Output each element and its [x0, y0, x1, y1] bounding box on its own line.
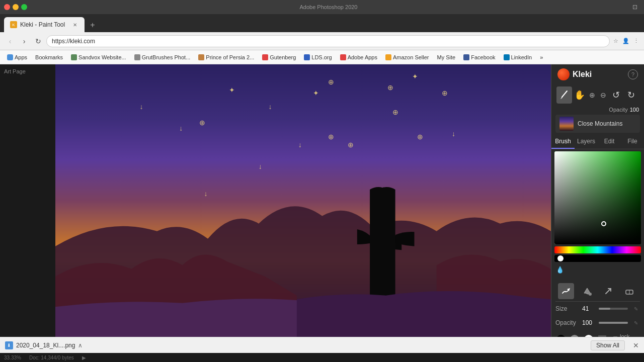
star-decoration: ✦ — [229, 86, 235, 94]
bookmark-sandvox[interactable]: Sandvox Website... — [68, 53, 129, 61]
download-file-icon: ⬇ — [5, 341, 13, 349]
close-download-bar-button[interactable]: ✕ — [633, 341, 639, 349]
star-decoration: ↓ — [139, 103, 143, 111]
zoom-status: 33.33% — [4, 355, 21, 360]
black-bar[interactable] — [554, 255, 641, 262]
reload-button[interactable]: ↻ — [32, 35, 44, 47]
fill-tool-button[interactable] — [579, 283, 595, 299]
size-slider-fill — [599, 308, 610, 310]
layer-preview[interactable]: Close Mountains — [555, 115, 640, 133]
tools-row: ✋ ⊕ ⊖ ↺ ↻ — [551, 84, 644, 106]
opacity-input-value: 100 — [582, 319, 595, 326]
opacity-slider-fill — [599, 322, 628, 324]
close-button[interactable] — [4, 4, 10, 10]
opacity-input-label: Opacity — [555, 319, 578, 326]
size-value: 41 — [582, 305, 595, 312]
zoom-out-button[interactable]: ⊖ — [598, 90, 608, 100]
artwork-painting: ✦ ✦ ⊕ ⊕ ✦ ⊕ ↓ ↓ ⊕ ⊕ ↓ ⊕ ⊕ ↓ ↓ ↓ ↓ ⊕ — [55, 64, 551, 337]
download-item: ⬇ 2020_04_18_Kl....png ∧ — [5, 341, 83, 349]
amazon-icon — [385, 54, 391, 60]
brush-tool-button[interactable] — [556, 86, 572, 104]
star-decoration: ⊕ — [442, 89, 448, 97]
active-tab[interactable]: K Kleki - Paint Tool ✕ — [4, 17, 85, 32]
tab-label: Kleki - Paint Tool — [20, 21, 65, 28]
bookmark-label: LinkedIn — [511, 54, 532, 60]
brush-tip-black[interactable] — [555, 333, 566, 337]
bookmark-amazon[interactable]: Amazon Seller — [382, 53, 432, 61]
arrow-tool-button[interactable] — [600, 283, 616, 299]
smudge-tool-button[interactable] — [558, 283, 574, 299]
bookmark-grutbrushes[interactable]: GrutBrushes Phot... — [131, 53, 194, 61]
help-button[interactable]: ? — [628, 69, 638, 79]
traffic-lights — [4, 4, 27, 10]
download-chevron-icon[interactable]: ∧ — [78, 342, 83, 349]
tab-close-button[interactable]: ✕ — [71, 21, 78, 28]
left-sidebar: Art Page — [0, 64, 55, 337]
lds-icon — [304, 54, 310, 60]
color-gradient[interactable] — [554, 151, 641, 244]
eyedropper-button[interactable]: 💧 — [554, 264, 566, 275]
tabs-row: Brush Layers Edit File — [551, 135, 644, 149]
window-resize-icon[interactable]: ⊡ — [630, 2, 640, 12]
brush-tips-row: lock alpha — [555, 330, 640, 337]
grutbrushes-icon — [134, 54, 140, 60]
new-tab-button[interactable]: + — [86, 18, 100, 32]
size-edit-button[interactable]: ✎ — [632, 305, 640, 313]
tab-layers[interactable]: Layers — [575, 135, 598, 149]
tab-file[interactable]: File — [621, 135, 644, 149]
size-row: Size 41 ✎ — [555, 302, 640, 316]
hue-bar[interactable] — [554, 246, 641, 253]
canvas-area[interactable]: ✦ ✦ ⊕ ⊕ ✦ ⊕ ↓ ↓ ⊕ ⊕ ↓ ⊕ ⊕ ↓ ↓ ↓ ↓ ⊕ — [55, 64, 551, 337]
brush-tip-gray[interactable] — [569, 333, 580, 337]
hand-tool-button[interactable]: ✋ — [572, 86, 588, 104]
forward-button[interactable]: › — [18, 35, 30, 47]
download-filename: 2020_04_18_Kl....png — [16, 342, 75, 349]
bookmark-bookmarks[interactable]: Bookmarks — [32, 53, 66, 61]
bookmark-apps[interactable]: Apps — [4, 53, 30, 61]
bookmark-prince[interactable]: Prince of Persia 2... — [195, 53, 257, 61]
tab-edit[interactable]: Edit — [598, 135, 621, 149]
bookmark-label: My Site — [437, 54, 456, 60]
opacity-row: Opacity 100 — [551, 106, 644, 115]
eraser-icon — [624, 286, 634, 296]
gutenberg-icon — [262, 54, 268, 60]
opacity-slider[interactable] — [599, 322, 628, 324]
bookmark-label: GrutBrushes Phot... — [142, 54, 191, 60]
art-page-tab: Art Page — [2, 66, 28, 76]
address-bar[interactable]: https://kleki.com — [46, 35, 610, 47]
redo-button[interactable]: ↻ — [624, 86, 639, 104]
brush-tip-square[interactable] — [597, 333, 607, 337]
menu-icon[interactable]: ⋮ — [632, 37, 640, 45]
brush-settings: Size 41 ✎ Opacity 100 ✎ — [551, 279, 644, 337]
layer-thumbnail — [559, 117, 574, 131]
tab-brush[interactable]: Brush — [551, 135, 575, 149]
size-slider[interactable] — [599, 308, 628, 310]
zoom-in-button[interactable]: ⊕ — [587, 90, 597, 100]
smudge-icon — [561, 286, 571, 296]
bookmark-label: Apps — [15, 54, 27, 60]
bookmark-adobe[interactable]: Adobe Apps — [337, 53, 380, 61]
bookmark-gutenberg[interactable]: Gutenberg — [259, 53, 299, 61]
back-button[interactable]: ‹ — [4, 35, 16, 47]
eraser-tool-button[interactable] — [621, 283, 637, 299]
profile-icon[interactable]: 👤 — [622, 37, 630, 45]
status-bar: 33.33% Doc: 14,344/0 bytes ▶ — [0, 353, 644, 362]
bookmark-label: Adobe Apps — [348, 54, 377, 60]
facebook-icon — [463, 54, 469, 60]
star-decoration: ⊕ — [392, 108, 398, 116]
bookmark-mysite[interactable]: My Site — [434, 53, 459, 61]
bookmark-star-icon[interactable]: ☆ — [612, 37, 620, 45]
bookmark-lds[interactable]: LDS.org — [301, 53, 335, 61]
bookmark-more[interactable]: » — [537, 53, 546, 61]
maximize-button[interactable] — [21, 4, 27, 10]
bookmark-linkedin[interactable]: LinkedIn — [501, 53, 535, 61]
show-all-button[interactable]: Show All — [591, 340, 625, 350]
brush-tip-light[interactable] — [583, 333, 594, 337]
bookmark-facebook[interactable]: Facebook — [460, 53, 498, 61]
star-decoration: ✦ — [313, 89, 319, 97]
color-tools-row: 💧 — [554, 262, 641, 277]
minimize-button[interactable] — [13, 4, 19, 10]
opacity-edit-button[interactable]: ✎ — [632, 319, 640, 327]
tab-favicon: K — [10, 21, 17, 28]
undo-button[interactable]: ↺ — [608, 86, 624, 104]
